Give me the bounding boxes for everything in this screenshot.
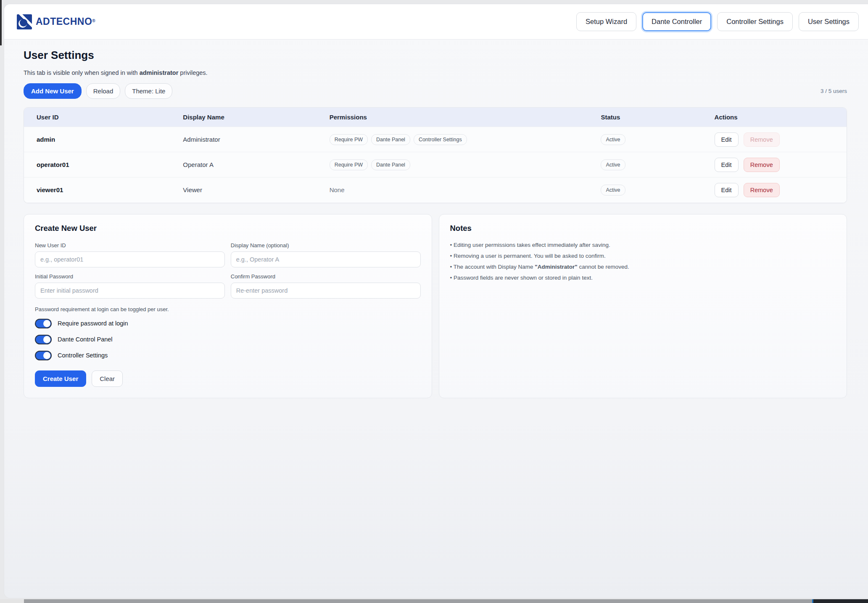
- permissions-cell: Require PWDante PanelController Settings: [317, 127, 588, 152]
- horizontal-scrollbar-thumb[interactable]: [24, 599, 812, 603]
- main-content: User Settings This tab is visible only w…: [4, 40, 868, 398]
- note-item: • Removing a user is permanent. You will…: [450, 252, 836, 260]
- toggle-knob: [43, 336, 50, 343]
- page-title: User Settings: [24, 49, 847, 62]
- user-id-cell: operator01: [24, 152, 170, 177]
- permission-badge: Dante Panel: [371, 159, 410, 170]
- toggle-knob: [43, 352, 50, 359]
- confirm-password-field-group: Confirm Password: [231, 273, 421, 299]
- toggle-switch-require-password-at-login[interactable]: [35, 319, 52, 328]
- create-panel-title: Create New User: [35, 224, 421, 233]
- edit-button[interactable]: Edit: [715, 158, 739, 172]
- note-item: • Editing user permissions takes effect …: [450, 241, 836, 249]
- create-field-grid: New User ID Display Name (optional) Init…: [35, 242, 421, 299]
- status-badge: Active: [601, 159, 625, 170]
- remove-button[interactable]: Remove: [744, 158, 780, 172]
- initial-password-input[interactable]: [35, 283, 225, 299]
- table-header-row: User ID Display Name Permissions Status …: [24, 108, 847, 127]
- adtechno-logo-mark: [17, 14, 32, 29]
- table-row: operator01 Operator A Require PWDante Pa…: [24, 152, 847, 177]
- status-badge: Active: [601, 134, 625, 145]
- display-name-input[interactable]: [231, 251, 421, 267]
- toggle-switch-controller-settings[interactable]: [35, 351, 52, 360]
- status-cell: Active: [588, 152, 702, 177]
- remove-button[interactable]: Remove: [744, 183, 780, 197]
- initial-password-field-group: Initial Password: [35, 273, 225, 299]
- clear-button[interactable]: Clear: [92, 370, 123, 387]
- toolbar: Add New User Reload Theme: Lite 3 / 5 us…: [24, 83, 847, 99]
- add-new-user-button[interactable]: Add New User: [24, 83, 82, 99]
- remove-button: Remove: [744, 132, 780, 147]
- confirm-password-label: Confirm Password: [231, 273, 421, 280]
- subtitle-bold: administrator: [140, 69, 179, 76]
- user-id-cell: viewer01: [24, 177, 170, 203]
- permission-badge: Require PW: [330, 134, 368, 145]
- nav-tab-user-settings[interactable]: User Settings: [799, 12, 859, 31]
- actions-cell: Edit Remove: [702, 127, 847, 152]
- users-table: User ID Display Name Permissions Status …: [24, 108, 847, 203]
- app-header: ADTECHNO® Setup WizardDante ControllerCo…: [4, 4, 868, 40]
- window-edge-strip: [0, 0, 2, 45]
- lower-panels: Create New User New User ID Display Name…: [24, 214, 847, 398]
- toggle-label: Controller Settings: [58, 352, 108, 359]
- note-item: • Password fields are never shown or sto…: [450, 274, 836, 282]
- note-item: • The account with Display Name "Adminis…: [450, 263, 836, 271]
- permissions-cell: None: [317, 177, 588, 203]
- permission-badge: Controller Settings: [414, 134, 467, 145]
- brand-logo: ADTECHNO®: [17, 14, 95, 29]
- display-name-cell: Operator A: [170, 152, 317, 177]
- app-window: ADTECHNO® Setup WizardDante ControllerCo…: [4, 4, 868, 598]
- toggle-label: Require password at login: [58, 320, 128, 327]
- horizontal-scrollbar-track[interactable]: [0, 599, 868, 603]
- users-table-card: User ID Display Name Permissions Status …: [24, 107, 847, 203]
- subtitle-suffix: privileges.: [178, 69, 207, 76]
- toggle-knob: [43, 320, 50, 327]
- theme-toggle-button[interactable]: Theme: Lite: [125, 83, 172, 99]
- confirm-password-input[interactable]: [231, 283, 421, 299]
- new-user-id-field-group: New User ID: [35, 242, 225, 267]
- notes-panel: Notes • Editing user permissions takes e…: [439, 214, 847, 398]
- column-header-display-name: Display Name: [170, 108, 317, 127]
- display-name-label: Display Name (optional): [231, 242, 421, 249]
- create-user-button[interactable]: Create User: [35, 370, 86, 387]
- permission-badge: Dante Panel: [371, 134, 410, 145]
- toggle-row: Controller Settings: [35, 351, 421, 360]
- actions-cell: Edit Remove: [702, 177, 847, 203]
- permissions-none-label: None: [330, 186, 345, 193]
- edit-button[interactable]: Edit: [715, 183, 739, 197]
- nav-tab-dante-controller[interactable]: Dante Controller: [642, 12, 711, 31]
- subtitle-prefix: This tab is visible only when signed in …: [24, 69, 140, 76]
- reload-button[interactable]: Reload: [86, 83, 121, 99]
- nav-tab-controller-settings[interactable]: Controller Settings: [717, 12, 793, 31]
- permissions-cell: Require PWDante Panel: [317, 152, 588, 177]
- permission-toggles: Require password at loginDante Control P…: [35, 319, 421, 360]
- initial-password-label: Initial Password: [35, 273, 225, 280]
- page-subtitle: This tab is visible only when signed in …: [24, 69, 847, 76]
- scrollbar-corner: [812, 599, 868, 603]
- new-user-id-input[interactable]: [35, 251, 225, 267]
- column-header-permissions: Permissions: [317, 108, 588, 127]
- user-id-cell: admin: [24, 127, 170, 152]
- notes-title: Notes: [450, 224, 836, 233]
- table-row: admin Administrator Require PWDante Pane…: [24, 127, 847, 152]
- brand-name: ADTECHNO®: [36, 16, 95, 27]
- users-count: 3 / 5 users: [821, 88, 847, 94]
- notes-list: • Editing user permissions takes effect …: [450, 241, 836, 282]
- column-header-actions: Actions: [702, 108, 847, 127]
- create-new-user-panel: Create New User New User ID Display Name…: [24, 214, 432, 398]
- toggle-row: Require password at login: [35, 319, 421, 328]
- nav-tab-setup-wizard[interactable]: Setup Wizard: [576, 12, 636, 31]
- main-nav: Setup WizardDante ControllerController S…: [576, 12, 859, 31]
- column-header-status: Status: [588, 108, 702, 127]
- actions-cell: Edit Remove: [702, 152, 847, 177]
- permission-badge: Require PW: [330, 159, 368, 170]
- status-cell: Active: [588, 177, 702, 203]
- create-actions: Create User Clear: [35, 370, 421, 387]
- status-badge: Active: [601, 185, 625, 196]
- toggle-label: Dante Control Panel: [58, 336, 113, 343]
- status-cell: Active: [588, 127, 702, 152]
- column-header-user-id: User ID: [24, 108, 170, 127]
- edit-button[interactable]: Edit: [715, 132, 739, 147]
- toggle-row: Dante Control Panel: [35, 335, 421, 344]
- toggle-switch-dante-control-panel[interactable]: [35, 335, 52, 344]
